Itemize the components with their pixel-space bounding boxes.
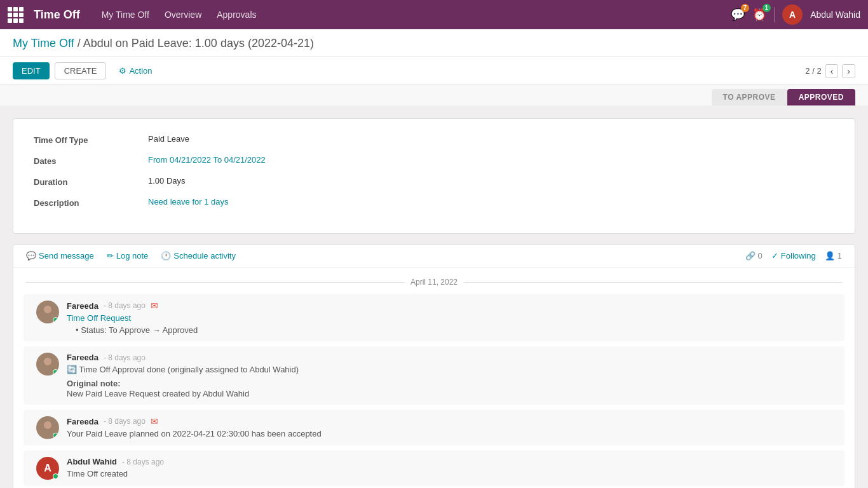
message-text: 🔄 Time Off Approval done (originally ass…	[67, 365, 832, 374]
message-header: Fareeda - 8 days ago ✉	[67, 301, 832, 311]
duration-label: Duration	[34, 176, 148, 187]
status-to-approve[interactable]: TO APPROVE	[712, 89, 787, 105]
message-text: Your Paid Leave planned on 2022-04-21 02…	[67, 429, 832, 438]
breadcrumb-current: Abdul on Paid Leave: 1.00 days (2022-04-…	[83, 37, 314, 50]
avatar: A	[36, 457, 59, 480]
nav-approvals[interactable]: Approvals	[210, 7, 262, 22]
checkmark-icon: ✓	[771, 251, 778, 261]
message-header: Fareeda - 8 days ago	[67, 353, 832, 362]
avatar	[36, 353, 59, 376]
toolbar: EDIT CREATE ⚙ Action 2 / 2 ‹ ›	[0, 57, 868, 85]
form-row-description: Description Need leave for 1 days	[34, 197, 834, 208]
chatter: 💬 Send message ✏ Log note 🕐 Schedule act…	[13, 244, 855, 488]
action-label: Action	[129, 66, 152, 76]
clock-icon: 🕐	[161, 251, 171, 261]
status-bar: TO APPROVE APPROVED	[0, 85, 868, 105]
grid-menu-icon[interactable]	[8, 7, 24, 23]
message-time: - 8 days ago	[104, 301, 146, 310]
edit-button[interactable]: EDIT	[13, 62, 50, 79]
activity-icon-btn[interactable]: ⏰ 1	[752, 8, 766, 22]
breadcrumb-separator: /	[78, 37, 83, 50]
form-card: Time Off Type Paid Leave Dates From 04/2…	[13, 118, 855, 234]
chatter-toolbar: 💬 Send message ✏ Log note 🕐 Schedule act…	[13, 245, 855, 268]
following-button[interactable]: ✓ Following	[771, 251, 816, 261]
message-author: Fareeda	[67, 353, 98, 362]
time-off-type-label: Time Off Type	[34, 134, 148, 145]
online-indicator	[53, 433, 58, 438]
next-page-button[interactable]: ›	[842, 64, 855, 78]
description-label: Description	[34, 197, 148, 208]
message-author: Fareeda	[67, 301, 98, 311]
activity-badge: 1	[763, 4, 771, 12]
online-indicator	[53, 369, 58, 375]
pagination-label: 2 / 2	[805, 66, 821, 76]
nav-overview[interactable]: Overview	[158, 7, 208, 22]
app-title: Time Off	[34, 8, 80, 22]
chat-icon-btn[interactable]: 💬 7	[731, 8, 745, 22]
message-time: - 8 days ago	[104, 353, 146, 362]
message-body: Fareeda - 8 days ago ✉ Time Off Request …	[67, 301, 832, 335]
action-menu[interactable]: ⚙ Action	[119, 66, 152, 76]
time-off-type-value: Paid Leave	[148, 134, 189, 144]
avatar	[36, 416, 59, 439]
message-body: Fareeda - 8 days ago 🔄 Time Off Approval…	[67, 353, 832, 398]
schedule-activity-button[interactable]: 🕐 Schedule activity	[161, 251, 236, 261]
form-row-type: Time Off Type Paid Leave	[34, 134, 834, 145]
svg-point-1	[44, 358, 51, 365]
online-indicator	[53, 317, 58, 323]
breadcrumb-bar: My Time Off / Abdul on Paid Leave: 1.00 …	[0, 29, 868, 57]
date-divider-label: April 11, 2022	[410, 278, 458, 287]
svg-point-2	[44, 421, 51, 429]
note-label: Original note:	[67, 379, 121, 388]
dates-label: Dates	[34, 155, 148, 166]
breadcrumb-parent[interactable]: My Time Off	[13, 37, 74, 50]
email-icon: ✉	[151, 416, 158, 426]
chat-badge: 7	[741, 4, 750, 12]
paperclip-icon: 🔗	[745, 251, 756, 261]
svg-point-0	[44, 306, 51, 313]
message-header: Fareeda - 8 days ago ✉	[67, 416, 832, 426]
attachments-count[interactable]: 🔗 0	[745, 251, 763, 261]
dates-value: From 04/21/2022 To 04/21/2022	[148, 155, 266, 165]
note-text: New Paid Leave Request created by Abdul …	[67, 389, 249, 398]
message-time: - 8 days ago	[104, 417, 146, 426]
send-message-button[interactable]: 💬 Send message	[26, 251, 94, 261]
message-author: Fareeda	[67, 417, 98, 426]
description-value: Need leave for 1 days	[148, 197, 228, 207]
refresh-icon: 🔄	[67, 365, 77, 374]
gear-icon: ⚙	[119, 66, 126, 76]
followers-count[interactable]: 👤 1	[825, 251, 842, 261]
topnav: Time Off My Time Off Overview Approvals …	[0, 0, 868, 29]
person-icon: 👤	[825, 251, 835, 261]
user-name[interactable]: Abdul Wahid	[810, 10, 860, 20]
message-time: - 8 days ago	[122, 458, 164, 466]
speech-bubble-icon: 💬	[26, 251, 36, 261]
message-note: Original note: New Paid Leave Request cr…	[67, 378, 832, 398]
chatter-right: 🔗 0 ✓ Following 👤 1	[745, 251, 842, 261]
breadcrumb: My Time Off / Abdul on Paid Leave: 1.00 …	[13, 37, 855, 50]
list-item: A Abdul Wahid - 8 days ago Time Off crea…	[24, 451, 844, 486]
main-content: Time Off Type Paid Leave Dates From 04/2…	[0, 105, 868, 488]
message-body: Fareeda - 8 days ago ✉ Your Paid Leave p…	[67, 416, 832, 439]
user-avatar[interactable]: A	[782, 4, 803, 25]
form-row-dates: Dates From 04/21/2022 To 04/21/2022	[34, 155, 834, 166]
status-approved[interactable]: APPROVED	[787, 89, 855, 105]
nav-my-time-off[interactable]: My Time Off	[95, 7, 156, 22]
create-button[interactable]: CREATE	[55, 62, 107, 79]
message-author: Abdul Wahid	[67, 457, 117, 466]
pencil-icon: ✏	[107, 251, 114, 261]
message-title: Time Off Request	[67, 313, 832, 323]
message-header: Abdul Wahid - 8 days ago	[67, 457, 832, 466]
message-status: Status: To Approve → Approved	[67, 325, 832, 335]
date-divider: April 11, 2022	[13, 268, 855, 292]
form-row-duration: Duration 1.00 Days	[34, 176, 834, 187]
topnav-right: 💬 7 ⏰ 1 A Abdul Wahid	[731, 4, 860, 25]
topnav-links: My Time Off Overview Approvals	[95, 7, 721, 22]
pagination: 2 / 2 ‹ ›	[805, 64, 855, 78]
message-body: Abdul Wahid - 8 days ago Time Off create…	[67, 457, 832, 480]
log-note-button[interactable]: ✏ Log note	[107, 251, 149, 261]
duration-value: 1.00 Days	[148, 176, 186, 186]
message-text: Time Off created	[67, 469, 832, 478]
prev-page-button[interactable]: ‹	[825, 64, 839, 78]
online-indicator	[53, 473, 58, 479]
